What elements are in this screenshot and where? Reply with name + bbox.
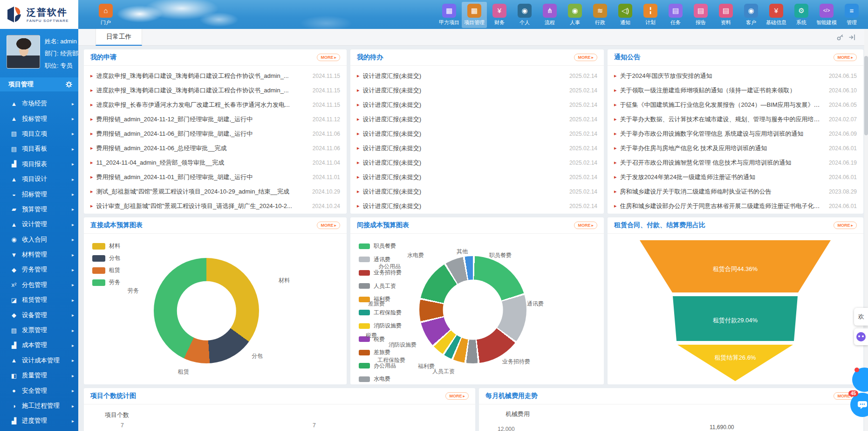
customer-service-widget[interactable]: 欢 <box>854 308 868 326</box>
list-item[interactable]: ▸住房和城乡建设部办公厅关于同意吉林省开展二级建造师注册证书电子化试点...20… <box>614 199 857 213</box>
sidebar-item-subcontract[interactable]: x²分包管理▸ <box>0 278 78 292</box>
legend-item[interactable]: 通讯费 <box>359 256 402 264</box>
legend-item[interactable]: 分包 <box>92 254 120 262</box>
legend-item[interactable]: 人员工资 <box>359 282 402 290</box>
sidebar-item-equipment[interactable]: ◆设备管理▸ <box>0 307 78 322</box>
topnav-item-customer[interactable]: ◉客户 <box>738 2 764 28</box>
list-item[interactable]: ▸进度款申报_长春市伊通河水力发电厂改建工程_长春市伊通河水力发电...2024… <box>90 97 340 112</box>
sidebar-item-design[interactable]: ▲设计管理▸ <box>0 217 78 232</box>
topnav-item-manage[interactable]: ≡管理 <box>839 2 864 28</box>
sidebar-item-quality[interactable]: ◧质量管理▸ <box>0 368 78 383</box>
gear-icon[interactable] <box>65 81 73 88</box>
list-item[interactable]: ▸设计进度汇报(未提交)2025.02.14 <box>357 112 597 126</box>
topnav-item-finance[interactable]: ¥财务 <box>487 2 512 28</box>
list-item[interactable]: ▸设计进度汇报(未提交)2025.02.14 <box>357 69 597 83</box>
sidebar-item-project-reports[interactable]: ▟项目报表▸ <box>0 157 78 172</box>
list-item[interactable]: ▸设计进度汇报(未提交)2025.02.14 <box>357 170 597 184</box>
legend-item[interactable]: 劳务 <box>92 278 120 286</box>
sidebar-item-rental[interactable]: ◪租赁管理▸ <box>0 292 78 307</box>
more-button[interactable]: MORE <box>574 222 597 229</box>
topnav-item-personal[interactable]: ◉个人 <box>512 2 537 28</box>
topnav-item-notification[interactable]: ◁)通知 <box>613 2 638 28</box>
sidebar-item-market[interactable]: ▲市场经营▸ <box>0 96 78 111</box>
scrollbar-thumb[interactable] <box>864 56 868 135</box>
list-item[interactable]: ▸11_2024-11-04_admin_经营部_领导审批__完成2024.11… <box>90 155 340 170</box>
legend-item[interactable]: 职员餐费 <box>359 242 402 250</box>
legend-item[interactable]: 福利费 <box>359 295 402 303</box>
topnav-item-task[interactable]: ▤任务 <box>663 2 688 28</box>
topnav-item-hr[interactable]: ◉人事 <box>562 2 588 28</box>
sidebar-item-budget[interactable]: ▰预算管理▸ <box>0 202 78 217</box>
list-item[interactable]: ▸设计进度汇报(未提交)2025.02.14 <box>357 83 597 97</box>
topnav-item-report[interactable]: ▤报告 <box>688 2 713 28</box>
sidebar-item-income-contract[interactable]: ◉收入合同▸ <box>0 232 78 247</box>
more-button[interactable]: MORE <box>834 222 857 229</box>
sidebar-item-construction-process[interactable]: ◑施工过程管理▸ <box>0 398 78 413</box>
list-item[interactable]: ▸设计进度汇报(未提交)2025.02.14 <box>357 199 597 213</box>
sidebar-item-bidding[interactable]: ▲投标管理▸ <box>0 111 78 126</box>
sidebar-item-cost[interactable]: ▟成本管理▸ <box>0 338 78 353</box>
sidebar-item-labor[interactable]: ◆劳务管理▸ <box>0 262 78 277</box>
topnav-item-party-a-project[interactable]: ▦甲方项目 <box>437 2 462 28</box>
list-item[interactable]: ▸于征集《中国建筑施工行业信息化发展报告（2024）—BIM应用与发展》材料..… <box>614 97 857 112</box>
list-item[interactable]: ▸费用报销_admin_2024-11-06_部门经理审批_胡建,_运行中202… <box>90 126 340 141</box>
topnav-item-portal[interactable]: ⌂门户 <box>93 2 118 28</box>
sidebar-item-project-initiation[interactable]: ▤项目立项▸ <box>0 126 78 141</box>
sidebar-item-project-design[interactable]: ▲项目设计▸ <box>0 172 78 187</box>
sidebar-item-certificate[interactable]: ▮证件管理▸ <box>0 429 78 431</box>
key-icon[interactable] <box>836 34 844 41</box>
legend-item[interactable]: 水电费 <box>359 375 402 383</box>
list-item[interactable]: ▸费用报销_admin_2024-11-12_部门经理审批_胡建,_运行中202… <box>90 112 340 126</box>
more-button[interactable]: MORE <box>574 54 597 61</box>
list-item[interactable]: ▸设计进度汇报(未提交)2025.02.14 <box>357 141 597 155</box>
topnav-item-project-management[interactable]: ▦项目管理 <box>462 2 487 28</box>
legend-item[interactable]: 工程保险费 <box>359 309 402 317</box>
more-button[interactable]: MORE <box>834 54 857 61</box>
more-button[interactable]: MORE <box>445 392 469 400</box>
sidebar-item-design-cost[interactable]: ▲设计成本管理▸ <box>0 353 78 368</box>
list-item[interactable]: ▸设计进度汇报(未提交)2025.02.14 <box>357 155 597 170</box>
legend-item[interactable]: 办公用品 <box>359 362 402 370</box>
list-item[interactable]: ▸费用报销_admin_2024-11-01_部门经理审批_胡建,_运行中202… <box>90 170 340 184</box>
list-item[interactable]: ▸房和城乡建设厅关于取消二级建造师临时执业证书的公告2023.08.29 <box>614 184 857 199</box>
topnav-item-base-info[interactable]: ¥基础信息 <box>764 2 789 28</box>
list-item[interactable]: ▸进度款申报_珠海鹤港口建设_珠海鹤港口建设工程合作协议书_admin_...2… <box>90 83 340 97</box>
legend-item[interactable]: 租赁 <box>92 266 120 274</box>
topnav-item-workflow[interactable]: ⋔流程 <box>537 2 562 28</box>
list-item[interactable]: ▸设计进度汇报(未提交)2025.02.14 <box>357 184 597 199</box>
topnav-item-administration[interactable]: ≋行政 <box>588 2 613 28</box>
more-button[interactable]: MORE <box>317 222 340 229</box>
topnav-item-system[interactable]: ⚙系统 <box>789 2 814 28</box>
list-item[interactable]: ▸关于举办住房与房地产信息化 技术及应用培训班的通知2024.06.01 <box>614 141 857 155</box>
legend-item[interactable]: 材料 <box>92 242 120 250</box>
list-item[interactable]: ▸关于领取一级注册建造师增项贴的通知（须持一建证书前来领取）2024.06.10 <box>614 83 857 97</box>
tab-daily-work[interactable]: 日常工作 <box>96 29 142 46</box>
topnav-item-document[interactable]: ▤资料 <box>713 2 738 28</box>
collapse-panel-icon[interactable] <box>848 34 856 41</box>
legend-item[interactable]: 差旅费 <box>359 348 402 356</box>
list-item[interactable]: ▸关于2024年国庆节放假安排的通知2024.06.15 <box>614 69 857 83</box>
list-item[interactable]: ▸关于发放2024年第24批一级建造师注册证书的通知2024.06.01 <box>614 170 857 184</box>
sidebar-item-invoice[interactable]: ▤发票管理▸ <box>0 323 78 338</box>
sidebar-item-tender[interactable]: ◒招标管理▸ <box>0 187 78 202</box>
sidebar-item-progress[interactable]: ▟进度管理▸ <box>0 413 78 428</box>
list-item[interactable]: ▸关于召开市政公用设施智慧化管理 信息技术与应用培训班的通知2024.06.19 <box>614 155 857 170</box>
legend-item[interactable]: 业务招待费 <box>359 269 402 277</box>
sidebar-item-safety[interactable]: ●安全管理▸ <box>0 383 78 398</box>
list-item[interactable]: ▸费用报销_admin_2024-11-06_总经理审批__完成2024.11.… <box>90 141 340 155</box>
legend-item[interactable]: 税费 <box>359 335 402 343</box>
topnav-item-plan[interactable]: ╏计划 <box>638 2 663 28</box>
list-item[interactable]: ▸设计进度汇报(未提交)2025.02.14 <box>357 126 597 141</box>
list-item[interactable]: ▸进度款申报_珠海鹤港口建设_珠海鹤港口建设工程合作协议书_admin_...2… <box>90 69 340 83</box>
list-item[interactable]: ▸关于举办市政公用设施数字化管理信息 系统建设与应用培训班的通知2024.06.… <box>614 126 857 141</box>
list-item[interactable]: ▸设计审查_彭祖新城"四馆"景观工程设计项目_请选择_胡广生_2024-10-2… <box>90 199 340 213</box>
more-button[interactable]: MORE <box>317 54 340 61</box>
sidebar-item-project-board[interactable]: ▤项目看板▸ <box>0 141 78 156</box>
list-item[interactable]: ▸设计进度汇报(未提交)2025.02.14 <box>357 97 597 112</box>
topnav-item-smart-modeling[interactable]: </>智能建模 <box>814 2 839 28</box>
sidebar-item-material[interactable]: ▼材料管理▸ <box>0 247 78 262</box>
legend-item[interactable]: 消防设施费 <box>359 322 402 330</box>
list-item[interactable]: ▸关于举办大数据、云计算技术在城市建设、规划、管理与服务中的应用培训班...20… <box>614 112 857 126</box>
sidebar-section-header[interactable]: 项目管理 <box>0 77 78 91</box>
robot-assistant-widget[interactable] <box>854 328 868 345</box>
